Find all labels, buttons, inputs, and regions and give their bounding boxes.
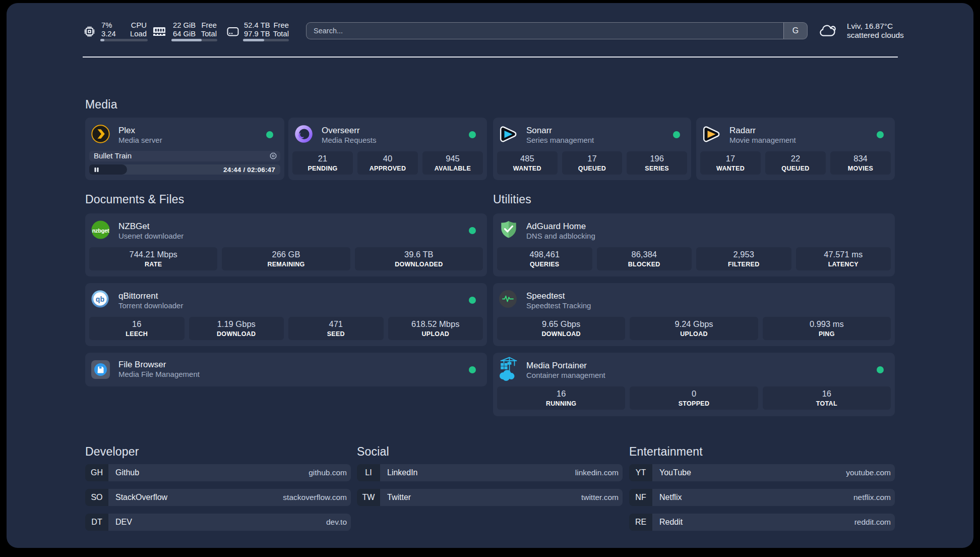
svg-text:nzbget: nzbget — [92, 228, 109, 234]
svg-text:qb: qb — [96, 295, 105, 303]
